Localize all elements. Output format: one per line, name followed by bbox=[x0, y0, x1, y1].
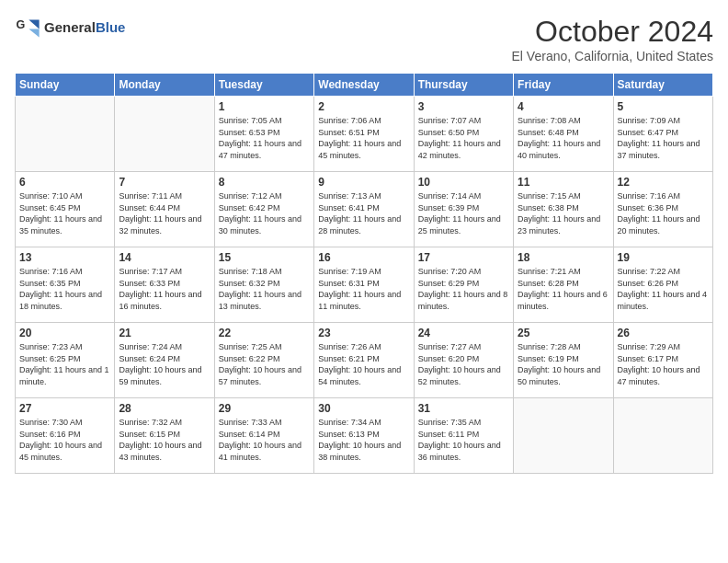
title-block: October 2024 El Verano, California, Unit… bbox=[512, 15, 713, 63]
day-number: 6 bbox=[19, 176, 110, 189]
day-info: Sunrise: 7:24 AM Sunset: 6:24 PM Dayligh… bbox=[119, 341, 210, 387]
day-number: 8 bbox=[219, 176, 310, 189]
logo-general: General bbox=[44, 19, 96, 35]
day-info: Sunrise: 7:10 AM Sunset: 6:45 PM Dayligh… bbox=[19, 190, 110, 236]
logo: G GeneralBlue bbox=[15, 15, 125, 40]
day-info: Sunrise: 7:09 AM Sunset: 6:47 PM Dayligh… bbox=[618, 115, 709, 161]
day-info: Sunrise: 7:11 AM Sunset: 6:44 PM Dayligh… bbox=[119, 190, 210, 236]
day-header-thursday: Thursday bbox=[414, 74, 513, 97]
calendar-cell: 20Sunrise: 7:23 AM Sunset: 6:25 PM Dayli… bbox=[16, 323, 115, 398]
day-number: 7 bbox=[119, 176, 210, 189]
day-info: Sunrise: 7:05 AM Sunset: 6:53 PM Dayligh… bbox=[219, 115, 310, 161]
day-number: 30 bbox=[318, 402, 409, 415]
logo-icon: G bbox=[15, 15, 40, 40]
calendar-week-3: 13Sunrise: 7:16 AM Sunset: 6:35 PM Dayli… bbox=[16, 247, 713, 323]
day-number: 22 bbox=[219, 327, 310, 339]
day-info: Sunrise: 7:08 AM Sunset: 6:48 PM Dayligh… bbox=[518, 115, 609, 161]
day-number: 4 bbox=[518, 100, 609, 113]
day-info: Sunrise: 7:29 AM Sunset: 6:17 PM Dayligh… bbox=[618, 341, 709, 387]
day-header-sunday: Sunday bbox=[16, 74, 115, 97]
day-number: 25 bbox=[518, 327, 609, 339]
calendar-cell: 12Sunrise: 7:16 AM Sunset: 6:36 PM Dayli… bbox=[613, 172, 712, 247]
calendar-cell: 28Sunrise: 7:32 AM Sunset: 6:15 PM Dayli… bbox=[115, 398, 214, 474]
calendar-cell: 25Sunrise: 7:28 AM Sunset: 6:19 PM Dayli… bbox=[514, 323, 613, 398]
day-info: Sunrise: 7:12 AM Sunset: 6:42 PM Dayligh… bbox=[219, 190, 310, 236]
calendar-cell: 15Sunrise: 7:18 AM Sunset: 6:32 PM Dayli… bbox=[214, 247, 313, 323]
calendar-cell: 22Sunrise: 7:25 AM Sunset: 6:22 PM Dayli… bbox=[214, 323, 313, 398]
day-number: 14 bbox=[119, 251, 210, 264]
svg-text:G: G bbox=[16, 18, 25, 31]
calendar-cell: 14Sunrise: 7:17 AM Sunset: 6:33 PM Dayli… bbox=[115, 247, 214, 323]
day-number: 28 bbox=[119, 402, 210, 415]
calendar-cell: 13Sunrise: 7:16 AM Sunset: 6:35 PM Dayli… bbox=[16, 247, 115, 323]
day-number: 23 bbox=[318, 327, 409, 339]
calendar-cell bbox=[115, 97, 214, 172]
day-info: Sunrise: 7:35 AM Sunset: 6:11 PM Dayligh… bbox=[418, 417, 509, 463]
logo-blue: Blue bbox=[96, 19, 126, 35]
day-info: Sunrise: 7:07 AM Sunset: 6:50 PM Dayligh… bbox=[418, 115, 509, 161]
day-number: 31 bbox=[418, 402, 509, 415]
calendar-cell: 11Sunrise: 7:15 AM Sunset: 6:38 PM Dayli… bbox=[514, 172, 613, 247]
calendar-cell: 31Sunrise: 7:35 AM Sunset: 6:11 PM Dayli… bbox=[414, 398, 513, 474]
day-info: Sunrise: 7:26 AM Sunset: 6:21 PM Dayligh… bbox=[318, 341, 409, 387]
day-info: Sunrise: 7:20 AM Sunset: 6:29 PM Dayligh… bbox=[418, 266, 509, 312]
calendar-cell: 3Sunrise: 7:07 AM Sunset: 6:50 PM Daylig… bbox=[414, 97, 513, 172]
calendar-cell: 19Sunrise: 7:22 AM Sunset: 6:26 PM Dayli… bbox=[613, 247, 712, 323]
day-info: Sunrise: 7:17 AM Sunset: 6:33 PM Dayligh… bbox=[119, 266, 210, 312]
day-number: 1 bbox=[219, 100, 310, 113]
day-number: 9 bbox=[318, 176, 409, 189]
calendar-cell: 9Sunrise: 7:13 AM Sunset: 6:41 PM Daylig… bbox=[314, 172, 414, 247]
calendar-cell: 6Sunrise: 7:10 AM Sunset: 6:45 PM Daylig… bbox=[16, 172, 115, 247]
calendar-cell: 2Sunrise: 7:06 AM Sunset: 6:51 PM Daylig… bbox=[314, 97, 414, 172]
day-number: 15 bbox=[219, 251, 310, 264]
day-info: Sunrise: 7:30 AM Sunset: 6:16 PM Dayligh… bbox=[19, 417, 110, 463]
day-number: 12 bbox=[618, 176, 709, 189]
day-info: Sunrise: 7:34 AM Sunset: 6:13 PM Dayligh… bbox=[318, 417, 409, 463]
day-info: Sunrise: 7:21 AM Sunset: 6:28 PM Dayligh… bbox=[518, 266, 609, 312]
day-info: Sunrise: 7:27 AM Sunset: 6:20 PM Dayligh… bbox=[418, 341, 509, 387]
day-info: Sunrise: 7:28 AM Sunset: 6:19 PM Dayligh… bbox=[518, 341, 609, 387]
day-number: 29 bbox=[219, 402, 310, 415]
day-header-tuesday: Tuesday bbox=[214, 74, 313, 97]
day-info: Sunrise: 7:23 AM Sunset: 6:25 PM Dayligh… bbox=[19, 341, 110, 387]
day-number: 13 bbox=[19, 251, 110, 264]
calendar-cell bbox=[16, 97, 115, 172]
day-number: 16 bbox=[318, 251, 409, 264]
calendar-week-1: 1Sunrise: 7:05 AM Sunset: 6:53 PM Daylig… bbox=[16, 97, 713, 172]
calendar-cell bbox=[613, 398, 712, 474]
day-number: 24 bbox=[418, 327, 509, 339]
calendar-cell: 16Sunrise: 7:19 AM Sunset: 6:31 PM Dayli… bbox=[314, 247, 414, 323]
day-info: Sunrise: 7:32 AM Sunset: 6:15 PM Dayligh… bbox=[119, 417, 210, 463]
logo-text-block: GeneralBlue bbox=[44, 20, 125, 36]
calendar-cell: 8Sunrise: 7:12 AM Sunset: 6:42 PM Daylig… bbox=[214, 172, 313, 247]
calendar-cell: 10Sunrise: 7:14 AM Sunset: 6:39 PM Dayli… bbox=[414, 172, 513, 247]
calendar-cell: 18Sunrise: 7:21 AM Sunset: 6:28 PM Dayli… bbox=[514, 247, 613, 323]
calendar-cell: 29Sunrise: 7:33 AM Sunset: 6:14 PM Dayli… bbox=[214, 398, 313, 474]
day-info: Sunrise: 7:06 AM Sunset: 6:51 PM Dayligh… bbox=[318, 115, 409, 161]
calendar-cell: 1Sunrise: 7:05 AM Sunset: 6:53 PM Daylig… bbox=[214, 97, 313, 172]
day-number: 19 bbox=[618, 251, 709, 264]
day-info: Sunrise: 7:33 AM Sunset: 6:14 PM Dayligh… bbox=[219, 417, 310, 463]
day-header-saturday: Saturday bbox=[613, 74, 712, 97]
day-number: 27 bbox=[19, 402, 110, 415]
day-info: Sunrise: 7:16 AM Sunset: 6:36 PM Dayligh… bbox=[618, 190, 709, 236]
day-number: 17 bbox=[418, 251, 509, 264]
day-info: Sunrise: 7:25 AM Sunset: 6:22 PM Dayligh… bbox=[219, 341, 310, 387]
calendar-cell: 26Sunrise: 7:29 AM Sunset: 6:17 PM Dayli… bbox=[613, 323, 712, 398]
calendar-cell: 7Sunrise: 7:11 AM Sunset: 6:44 PM Daylig… bbox=[115, 172, 214, 247]
calendar-week-4: 20Sunrise: 7:23 AM Sunset: 6:25 PM Dayli… bbox=[16, 323, 713, 398]
day-number: 3 bbox=[418, 100, 509, 113]
location: El Verano, California, United States bbox=[512, 49, 713, 63]
day-number: 10 bbox=[418, 176, 509, 189]
day-number: 2 bbox=[318, 100, 409, 113]
page: G GeneralBlue October 2024 El Verano, Ca… bbox=[0, 0, 728, 563]
calendar-cell: 17Sunrise: 7:20 AM Sunset: 6:29 PM Dayli… bbox=[414, 247, 513, 323]
calendar-cell: 27Sunrise: 7:30 AM Sunset: 6:16 PM Dayli… bbox=[16, 398, 115, 474]
day-info: Sunrise: 7:13 AM Sunset: 6:41 PM Dayligh… bbox=[318, 190, 409, 236]
day-number: 18 bbox=[518, 251, 609, 264]
day-number: 20 bbox=[19, 327, 110, 339]
day-info: Sunrise: 7:18 AM Sunset: 6:32 PM Dayligh… bbox=[219, 266, 310, 312]
day-header-friday: Friday bbox=[514, 74, 613, 97]
day-info: Sunrise: 7:16 AM Sunset: 6:35 PM Dayligh… bbox=[19, 266, 110, 312]
day-number: 21 bbox=[119, 327, 210, 339]
